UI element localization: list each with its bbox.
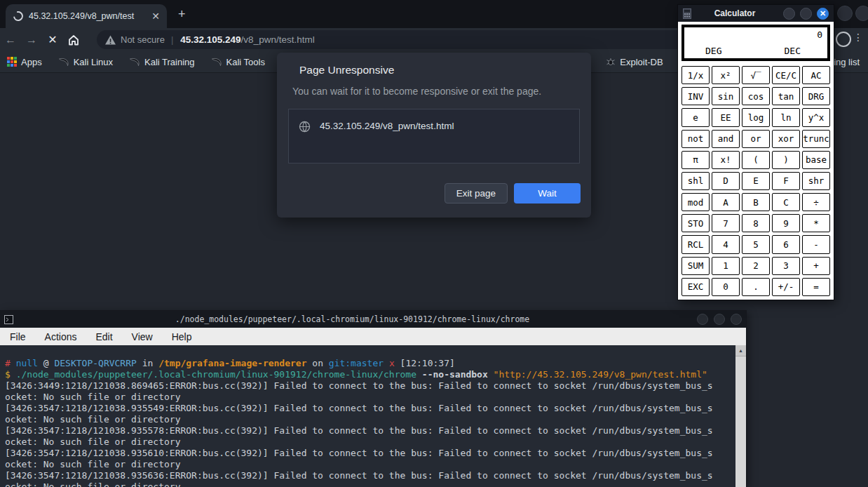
calc-button[interactable]: +: [802, 257, 830, 275]
calc-button[interactable]: B: [742, 193, 770, 211]
forward-icon[interactable]: →: [21, 34, 42, 46]
window-control-circle[interactable]: [855, 6, 868, 21]
bookmark-item[interactable]: Apps: [7, 57, 42, 67]
new-tab-button[interactable]: +: [178, 8, 186, 20]
calc-button[interactable]: x!: [712, 151, 740, 169]
calc-button[interactable]: (: [742, 151, 770, 169]
calc-button[interactable]: sin: [712, 87, 740, 105]
calc-button[interactable]: mod: [681, 193, 710, 211]
calculator-display-value: 0: [817, 29, 822, 40]
calc-button[interactable]: base: [802, 151, 830, 169]
calc-button[interactable]: log: [742, 108, 770, 126]
calc-button[interactable]: AC: [802, 66, 830, 84]
calculator-minimize-button[interactable]: [783, 8, 795, 20]
calc-button[interactable]: not: [681, 130, 710, 148]
calc-button[interactable]: 5: [742, 235, 770, 253]
back-icon[interactable]: ←: [0, 34, 21, 46]
calc-button[interactable]: EXC: [681, 278, 710, 296]
terminal-menu-item[interactable]: View: [132, 331, 153, 342]
kali-dragon-icon: [59, 58, 69, 66]
calculator-maximize-button[interactable]: [800, 8, 812, 20]
terminal-titlebar[interactable]: ./node_modules/puppeteer/.local-chromium…: [0, 311, 746, 328]
calc-button[interactable]: or: [742, 130, 770, 148]
calc-button[interactable]: 3: [772, 257, 800, 275]
bookmark-item[interactable]: Kali Tools: [212, 57, 265, 67]
terminal-menu-item[interactable]: Actions: [45, 331, 77, 342]
window-control-circle[interactable]: [837, 6, 853, 21]
tab-close-icon[interactable]: ✕: [151, 11, 160, 21]
bookmark-item[interactable]: Kali Training: [130, 57, 195, 67]
calculator-titlebar[interactable]: Calculator ✕: [678, 5, 834, 22]
calc-button[interactable]: =: [802, 278, 830, 296]
terminal-scrollbar[interactable]: ▲: [735, 345, 746, 487]
calc-button[interactable]: -: [802, 235, 830, 253]
profile-avatar-icon[interactable]: [836, 32, 851, 47]
calc-button[interactable]: ): [772, 151, 800, 169]
calc-button[interactable]: trunc: [802, 130, 830, 148]
calc-button[interactable]: STO: [681, 214, 710, 232]
terminal-line: $ ./node_modules/puppeteer/.local-chromi…: [5, 369, 735, 380]
calc-button[interactable]: F: [772, 172, 800, 190]
terminal-menubar: FileActionsEditViewHelp: [0, 328, 746, 345]
calc-button[interactable]: A: [712, 193, 740, 211]
exit-page-button[interactable]: Exit page: [445, 183, 508, 204]
terminal-line: ocket: No such file or directory: [5, 436, 735, 448]
calc-button[interactable]: 2: [742, 257, 770, 275]
calc-button[interactable]: 1: [712, 257, 740, 275]
calc-button[interactable]: 9: [772, 214, 800, 232]
dialog-message: You can wait for it to become responsive…: [292, 86, 541, 97]
stop-icon[interactable]: ✕: [42, 33, 63, 46]
calculator-window: Calculator ✕ 0 DEG DEC 1/xx²√‾CE/CACINVs…: [677, 4, 834, 300]
calc-button[interactable]: xor: [772, 130, 800, 148]
calc-button[interactable]: π: [681, 151, 710, 169]
calc-button[interactable]: ÷: [802, 193, 830, 211]
kebab-menu-icon[interactable]: ⋮: [853, 32, 864, 47]
browser-tab[interactable]: 45.32.105.249/v8_pwn/test ✕: [6, 4, 167, 28]
calc-button[interactable]: y^x: [802, 108, 830, 126]
calc-button[interactable]: ln: [772, 108, 800, 126]
calc-button[interactable]: tan: [772, 87, 800, 105]
terminal-menu-item[interactable]: File: [10, 331, 26, 342]
calc-button[interactable]: DRG: [802, 87, 830, 105]
calc-button[interactable]: 1/x: [681, 66, 710, 84]
calc-button[interactable]: 7: [712, 214, 740, 232]
calc-button[interactable]: .: [742, 278, 770, 296]
terminal-line: # null @ DESKTOP-QRVCRRP in /tmp/grafana…: [5, 358, 735, 369]
calc-button[interactable]: D: [712, 172, 740, 190]
calc-button[interactable]: √‾: [742, 66, 770, 84]
home-icon[interactable]: [63, 34, 84, 46]
calc-button[interactable]: and: [712, 130, 740, 148]
terminal-menu-item[interactable]: Edit: [95, 331, 112, 342]
calc-button[interactable]: x²: [712, 66, 740, 84]
terminal-minimize-button[interactable]: [697, 314, 708, 325]
calc-button[interactable]: 6: [772, 235, 800, 253]
terminal-title: ./node_modules/puppeteer/.local-chromium…: [13, 314, 691, 324]
calc-button[interactable]: E: [742, 172, 770, 190]
bookmark-item[interactable]: Kali Linux: [59, 57, 113, 67]
calculator-close-button[interactable]: ✕: [817, 8, 829, 20]
calc-button[interactable]: shl: [681, 172, 710, 190]
calc-button[interactable]: C: [772, 193, 800, 211]
calc-button[interactable]: EE: [712, 108, 740, 126]
calc-button[interactable]: *: [802, 214, 830, 232]
calc-button[interactable]: e: [681, 108, 710, 126]
calc-button[interactable]: CE/C: [772, 66, 800, 84]
calc-button[interactable]: +/-: [772, 278, 800, 296]
scroll-up-arrow-icon[interactable]: ▲: [735, 345, 746, 356]
terminal-close-button[interactable]: [731, 314, 742, 325]
calc-button[interactable]: RCL: [681, 235, 710, 253]
terminal-menu-item[interactable]: Help: [172, 331, 192, 342]
calc-button[interactable]: SUM: [681, 257, 710, 275]
terminal-maximize-button[interactable]: [714, 314, 725, 325]
calc-button[interactable]: 8: [742, 214, 770, 232]
calc-button[interactable]: 4: [712, 235, 740, 253]
warning-triangle-icon: [105, 35, 116, 45]
calc-button[interactable]: 0: [712, 278, 740, 296]
calc-button[interactable]: cos: [742, 87, 770, 105]
bookmark-item[interactable]: Exploit-DB: [606, 57, 663, 67]
calc-button[interactable]: INV: [681, 87, 710, 105]
wait-button[interactable]: Wait: [514, 183, 581, 204]
tab-title: 45.32.105.249/v8_pwn/test: [29, 11, 147, 21]
calculator-base-mode: DEC: [785, 46, 801, 56]
calc-button[interactable]: shr: [802, 172, 830, 190]
